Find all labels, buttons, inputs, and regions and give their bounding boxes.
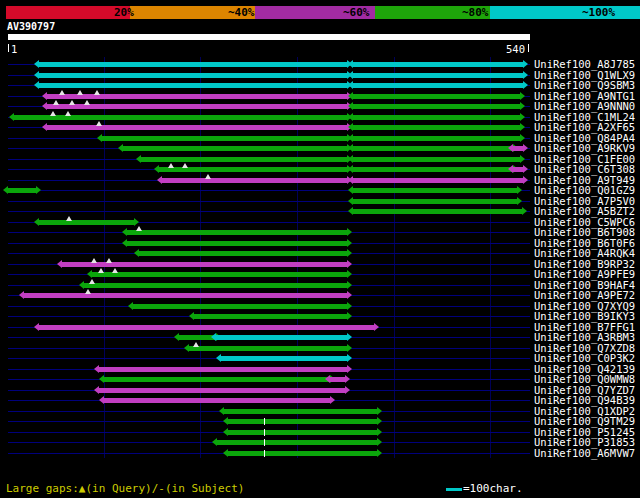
subject-gap-marker: [264, 439, 265, 446]
alignment-segment[interactable]: [353, 188, 517, 193]
query-gap-marker: [94, 90, 100, 95]
alignment-segment[interactable]: [353, 136, 520, 141]
alignment-segment[interactable]: [513, 167, 524, 172]
alignment-segment[interactable]: [123, 146, 347, 151]
alignment-segment[interactable]: [162, 178, 348, 183]
query-gap-marker: [77, 90, 83, 95]
alignment-segment[interactable]: [224, 409, 378, 414]
alignment-segment[interactable]: [353, 125, 520, 130]
alignment-segment[interactable]: [47, 125, 348, 130]
query-gap-marker: [106, 258, 112, 263]
alignment-segment[interactable]: [104, 377, 330, 382]
alignment-segment[interactable]: [127, 230, 347, 235]
alignment-segment[interactable]: [228, 419, 377, 424]
alignment-row: UniRef100_A6MVW7: [0, 448, 640, 459]
alignment-segment[interactable]: [39, 325, 374, 330]
alignment-segment[interactable]: [39, 73, 347, 78]
alignment-segment[interactable]: [139, 251, 348, 256]
alignment-segment[interactable]: [330, 377, 346, 382]
alignment-segment[interactable]: [353, 178, 523, 183]
query-gap-marker: [98, 268, 104, 273]
subject-gap-marker: [264, 418, 265, 425]
alignment-segment[interactable]: [8, 188, 36, 193]
alignment-segment[interactable]: [127, 241, 347, 246]
query-gap-marker: [84, 100, 90, 105]
query-gap-marker: [136, 226, 142, 231]
alignment-segment[interactable]: [353, 115, 520, 120]
alignment-segment[interactable]: [99, 367, 347, 372]
subject-gap-marker: [264, 450, 265, 457]
alignment-segment[interactable]: [194, 314, 348, 319]
alignment-segment[interactable]: [141, 157, 347, 162]
alignment-segment[interactable]: [353, 157, 520, 162]
alignment-segment[interactable]: [189, 346, 348, 351]
alignment-segment[interactable]: [228, 451, 377, 456]
alignment-rows: UniRef100_A8J785UniRef100_Q1WLX9UniRef10…: [0, 0, 640, 498]
alignment-segment[interactable]: [39, 220, 134, 225]
subject-id-label[interactable]: UniRef100_A6MVW7: [534, 447, 635, 459]
alignment-segment[interactable]: [217, 440, 378, 445]
alignment-segment[interactable]: [39, 62, 347, 67]
query-gap-marker: [59, 90, 65, 95]
query-gap-marker: [168, 163, 174, 168]
query-gap-marker: [112, 268, 118, 273]
alignment-segment[interactable]: [353, 209, 522, 214]
query-gap-marker: [91, 258, 97, 263]
alignment-segment[interactable]: [513, 146, 524, 151]
alignment-segment[interactable]: [353, 167, 513, 172]
query-gap-marker: [85, 289, 91, 294]
alignment-segment[interactable]: [47, 94, 348, 99]
alignment-segment[interactable]: [353, 73, 523, 78]
alignment-segment[interactable]: [353, 94, 520, 99]
alignment-segment[interactable]: [24, 293, 347, 298]
alignment-segment[interactable]: [353, 146, 513, 151]
alignment-segment[interactable]: [353, 83, 523, 88]
query-gap-marker: [193, 342, 199, 347]
alignment-segment[interactable]: [104, 398, 330, 403]
query-gap-marker: [182, 163, 188, 168]
alignment-segment[interactable]: [47, 104, 348, 109]
alignment-segment[interactable]: [39, 83, 347, 88]
alignment-segment[interactable]: [216, 335, 348, 340]
alignment-segment[interactable]: [353, 62, 523, 67]
query-gap-marker: [89, 279, 95, 284]
alignment-segment[interactable]: [353, 104, 520, 109]
query-gap-marker: [50, 111, 56, 116]
alignment-segment[interactable]: [92, 272, 347, 277]
alignment-segment[interactable]: [84, 283, 347, 288]
query-gap-marker: [65, 111, 71, 116]
query-gap-marker: [96, 121, 102, 126]
alignment-coverage-viewer: 20%~40%~60%~80%~100% AV390797 1 540 UniR…: [0, 0, 640, 498]
alignment-segment[interactable]: [133, 304, 348, 309]
query-gap-marker: [205, 174, 211, 179]
alignment-segment[interactable]: [353, 199, 517, 204]
alignment-segment[interactable]: [228, 430, 377, 435]
subject-gap-marker: [264, 429, 265, 436]
alignment-segment[interactable]: [221, 356, 348, 361]
query-gap-marker: [69, 100, 75, 105]
alignment-segment[interactable]: [99, 388, 346, 393]
alignment-segment[interactable]: [14, 115, 348, 120]
query-gap-marker: [53, 100, 59, 105]
alignment-segment[interactable]: [102, 136, 348, 141]
query-gap-marker: [66, 216, 72, 221]
